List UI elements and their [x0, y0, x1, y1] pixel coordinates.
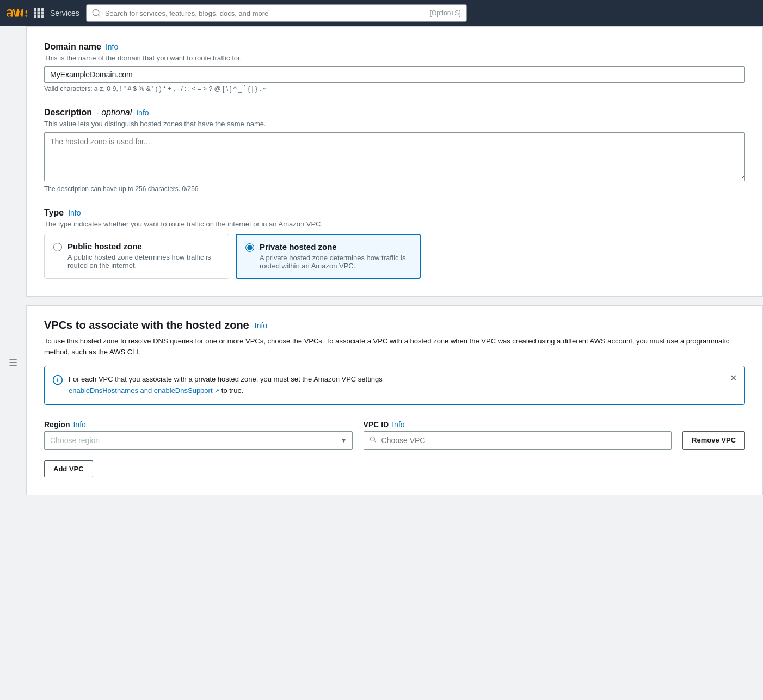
svg-rect-2: [41, 8, 44, 11]
vpc-section: VPCs to associate with the hosted zone I…: [26, 305, 763, 495]
description-label: Description - optional Info: [44, 108, 745, 118]
svg-rect-5: [41, 12, 44, 15]
type-description: The type indicates whether you want to r…: [44, 220, 745, 228]
region-label: Region Info: [44, 420, 353, 429]
region-select[interactable]: Choose region: [44, 431, 353, 450]
sidebar-toggle[interactable]: ☰: [0, 26, 26, 700]
region-info-link[interactable]: Info: [73, 420, 85, 429]
region-select-wrapper: Choose region ▼: [44, 431, 353, 450]
domain-name-input[interactable]: [44, 66, 745, 83]
domain-name-section: Domain name Info This is the name of the…: [26, 26, 763, 297]
domain-name-description: This is the name of the domain that you …: [44, 54, 745, 62]
char-count-text: The description can have up to 256 chara…: [44, 185, 745, 193]
public-hosted-zone-card[interactable]: Public hosted zone A public hosted zone …: [44, 234, 229, 279]
public-zone-title: Public hosted zone: [67, 242, 220, 251]
description-textarea[interactable]: [44, 132, 745, 181]
private-zone-title: Private hosted zone: [260, 242, 411, 251]
type-info-link[interactable]: Info: [68, 208, 81, 217]
info-banner-icon: [52, 374, 63, 388]
vpc-fields-row: Region Info Choose region ▼ VPC ID Info: [44, 420, 745, 450]
vpc-id-input[interactable]: [364, 431, 672, 450]
enable-dns-link[interactable]: enableDnsHostnames and enableDnsSupport …: [69, 386, 221, 395]
public-zone-desc: A public hosted zone determines how traf…: [67, 253, 220, 269]
vpc-section-description: To use this hosted zone to resolve DNS q…: [44, 336, 745, 357]
public-zone-radio[interactable]: [53, 243, 62, 251]
type-radio-group: Public hosted zone A public hosted zone …: [44, 234, 745, 279]
svg-rect-8: [41, 15, 44, 18]
private-hosted-zone-card[interactable]: Private hosted zone A private hosted zon…: [236, 234, 421, 279]
description-field-description: This value lets you distinguish hosted z…: [44, 120, 745, 128]
remove-vpc-button[interactable]: Remove VPC: [682, 431, 745, 450]
svg-rect-3: [34, 12, 36, 15]
aws-logo[interactable]: [7, 3, 27, 23]
add-vpc-button[interactable]: Add VPC: [44, 460, 93, 477]
search-shortcut: [Option+S]: [430, 9, 461, 17]
svg-rect-7: [38, 15, 40, 18]
content-area: Domain name Info This is the name of the…: [26, 26, 763, 700]
description-optional: - optional: [96, 108, 132, 118]
svg-rect-1: [38, 8, 40, 11]
main-layout: ☰ Domain name Info This is the name of t…: [0, 26, 763, 700]
vpc-info-banner: For each VPC that you associate with a p…: [44, 366, 745, 405]
vpc-id-input-wrapper: [364, 431, 672, 450]
search-bar[interactable]: [Option+S]: [86, 4, 467, 22]
private-zone-desc: A private hosted zone determines how tra…: [260, 254, 411, 270]
grid-menu-icon[interactable]: [34, 8, 44, 18]
type-label: Type Info: [44, 208, 745, 218]
domain-name-label: Domain name Info: [44, 42, 745, 52]
valid-chars-text: Valid characters: a-z, 0-9, ! " # $ % & …: [44, 85, 745, 93]
vpc-id-info-link[interactable]: Info: [392, 420, 404, 429]
top-navigation: Services [Option+S]: [0, 0, 763, 26]
info-banner-text: For each VPC that you associate with a p…: [69, 374, 383, 397]
svg-rect-0: [34, 8, 36, 11]
banner-close-button[interactable]: ✕: [730, 373, 737, 383]
region-field: Region Info Choose region ▼: [44, 420, 353, 450]
external-link-icon: ↗: [214, 388, 219, 394]
domain-name-info-link[interactable]: Info: [106, 42, 118, 51]
vpc-section-info-link[interactable]: Info: [255, 321, 267, 330]
description-info-link[interactable]: Info: [136, 108, 149, 117]
vpc-search-icon: [369, 435, 377, 445]
svg-rect-4: [38, 12, 40, 15]
services-nav-label[interactable]: Services: [50, 9, 79, 17]
private-zone-radio[interactable]: [245, 243, 254, 252]
vpc-section-title: VPCs to associate with the hosted zone I…: [44, 319, 745, 331]
search-icon: [92, 9, 101, 17]
vpc-id-field: VPC ID Info: [364, 420, 672, 450]
svg-rect-6: [34, 15, 36, 18]
vpc-id-label: VPC ID Info: [364, 420, 672, 429]
search-input[interactable]: [105, 9, 426, 17]
